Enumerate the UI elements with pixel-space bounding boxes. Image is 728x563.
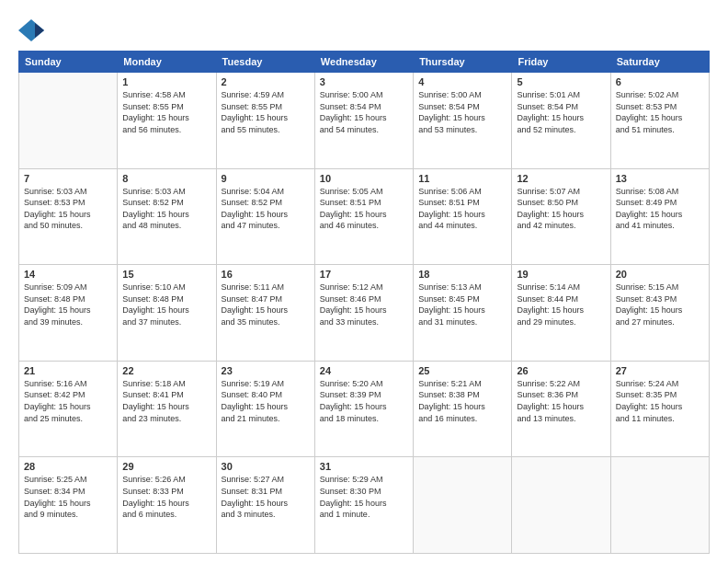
- day-info: Sunrise: 4:58 AM Sunset: 8:55 PM Dayligh…: [122, 89, 210, 135]
- day-info: Sunrise: 5:01 AM Sunset: 8:54 PM Dayligh…: [517, 89, 605, 135]
- day-info: Sunrise: 5:04 AM Sunset: 8:52 PM Dayligh…: [222, 186, 310, 232]
- day-number: 5: [517, 76, 605, 87]
- calendar-header-row: SundayMondayTuesdayWednesdayThursdayFrid…: [19, 52, 710, 73]
- calendar-cell: 3Sunrise: 5:00 AM Sunset: 8:54 PM Daylig…: [314, 73, 413, 169]
- day-info: Sunrise: 4:59 AM Sunset: 8:55 PM Dayligh…: [222, 89, 310, 135]
- day-of-week-header: Monday: [118, 52, 216, 73]
- day-of-week-header: Wednesday: [314, 52, 413, 73]
- calendar-table: SundayMondayTuesdayWednesdayThursdayFrid…: [18, 51, 710, 554]
- day-number: 15: [122, 269, 210, 280]
- day-info: Sunrise: 5:11 AM Sunset: 8:47 PM Dayligh…: [222, 282, 310, 327]
- day-info: Sunrise: 5:29 AM Sunset: 8:30 PM Dayligh…: [320, 474, 408, 520]
- calendar-cell: 11Sunrise: 5:06 AM Sunset: 8:51 PM Dayli…: [414, 168, 512, 265]
- calendar-cell: [414, 457, 512, 554]
- day-info: Sunrise: 5:20 AM Sunset: 8:39 PM Dayligh…: [320, 378, 408, 424]
- day-number: 16: [222, 269, 310, 280]
- calendar-cell: 20Sunrise: 5:15 AM Sunset: 8:43 PM Dayli…: [610, 265, 709, 362]
- calendar-cell: 10Sunrise: 5:05 AM Sunset: 8:51 PM Dayli…: [314, 168, 413, 265]
- day-info: Sunrise: 5:03 AM Sunset: 8:52 PM Dayligh…: [122, 186, 210, 232]
- day-number: 23: [222, 365, 310, 376]
- day-number: 20: [616, 269, 704, 280]
- day-info: Sunrise: 5:07 AM Sunset: 8:50 PM Dayligh…: [517, 186, 605, 232]
- day-of-week-header: Sunday: [19, 52, 118, 73]
- calendar-cell: 21Sunrise: 5:16 AM Sunset: 8:42 PM Dayli…: [19, 361, 118, 457]
- day-info: Sunrise: 5:03 AM Sunset: 8:53 PM Dayligh…: [24, 186, 112, 232]
- calendar-cell: 19Sunrise: 5:14 AM Sunset: 8:44 PM Dayli…: [512, 265, 610, 362]
- calendar-cell: 12Sunrise: 5:07 AM Sunset: 8:50 PM Dayli…: [512, 168, 610, 265]
- day-info: Sunrise: 5:27 AM Sunset: 8:31 PM Dayligh…: [222, 474, 310, 520]
- day-info: Sunrise: 5:16 AM Sunset: 8:42 PM Dayligh…: [24, 378, 112, 424]
- day-number: 8: [122, 173, 210, 184]
- day-number: 22: [122, 365, 210, 376]
- day-info: Sunrise: 5:00 AM Sunset: 8:54 PM Dayligh…: [418, 89, 506, 135]
- day-info: Sunrise: 5:00 AM Sunset: 8:54 PM Dayligh…: [320, 89, 408, 135]
- calendar-cell: 18Sunrise: 5:13 AM Sunset: 8:45 PM Dayli…: [414, 265, 512, 362]
- day-number: 3: [320, 76, 408, 87]
- calendar-cell: 1Sunrise: 4:58 AM Sunset: 8:55 PM Daylig…: [118, 73, 216, 169]
- day-number: 13: [616, 173, 704, 184]
- day-number: 25: [418, 365, 506, 376]
- day-info: Sunrise: 5:26 AM Sunset: 8:33 PM Dayligh…: [122, 474, 210, 520]
- logo: [18, 17, 46, 43]
- calendar-cell: 27Sunrise: 5:24 AM Sunset: 8:35 PM Dayli…: [610, 361, 709, 457]
- day-number: 1: [122, 76, 210, 87]
- calendar-cell: 16Sunrise: 5:11 AM Sunset: 8:47 PM Dayli…: [216, 265, 314, 362]
- day-of-week-header: Tuesday: [216, 52, 314, 73]
- day-number: 21: [24, 365, 112, 376]
- day-info: Sunrise: 5:12 AM Sunset: 8:46 PM Dayligh…: [320, 282, 408, 327]
- calendar-cell: 7Sunrise: 5:03 AM Sunset: 8:53 PM Daylig…: [19, 168, 118, 265]
- day-info: Sunrise: 5:09 AM Sunset: 8:48 PM Dayligh…: [24, 282, 112, 327]
- day-number: 10: [320, 173, 408, 184]
- day-number: 14: [24, 269, 112, 280]
- calendar-cell: 22Sunrise: 5:18 AM Sunset: 8:41 PM Dayli…: [118, 361, 216, 457]
- day-number: 30: [222, 461, 310, 472]
- day-info: Sunrise: 5:19 AM Sunset: 8:40 PM Dayligh…: [222, 378, 310, 424]
- day-number: 6: [616, 76, 704, 87]
- day-info: Sunrise: 5:06 AM Sunset: 8:51 PM Dayligh…: [418, 186, 506, 232]
- calendar-cell: 13Sunrise: 5:08 AM Sunset: 8:49 PM Dayli…: [610, 168, 709, 265]
- day-of-week-header: Friday: [512, 52, 610, 73]
- day-of-week-header: Saturday: [610, 52, 709, 73]
- logo-icon: [18, 17, 44, 43]
- day-info: Sunrise: 5:15 AM Sunset: 8:43 PM Dayligh…: [616, 282, 704, 327]
- calendar-cell: 9Sunrise: 5:04 AM Sunset: 8:52 PM Daylig…: [216, 168, 314, 265]
- day-number: 9: [222, 173, 310, 184]
- calendar-cell: 29Sunrise: 5:26 AM Sunset: 8:33 PM Dayli…: [118, 457, 216, 554]
- day-info: Sunrise: 5:22 AM Sunset: 8:36 PM Dayligh…: [517, 378, 605, 424]
- calendar-cell: 5Sunrise: 5:01 AM Sunset: 8:54 PM Daylig…: [512, 73, 610, 169]
- day-number: 12: [517, 173, 605, 184]
- page: SundayMondayTuesdayWednesdayThursdayFrid…: [0, 0, 728, 563]
- day-number: 17: [320, 269, 408, 280]
- calendar-cell: 6Sunrise: 5:02 AM Sunset: 8:53 PM Daylig…: [610, 73, 709, 169]
- day-of-week-header: Thursday: [414, 52, 512, 73]
- day-info: Sunrise: 5:25 AM Sunset: 8:34 PM Dayligh…: [24, 474, 112, 520]
- day-info: Sunrise: 5:08 AM Sunset: 8:49 PM Dayligh…: [616, 186, 704, 232]
- calendar-cell: 31Sunrise: 5:29 AM Sunset: 8:30 PM Dayli…: [314, 457, 413, 554]
- day-info: Sunrise: 5:05 AM Sunset: 8:51 PM Dayligh…: [320, 186, 408, 232]
- day-info: Sunrise: 5:21 AM Sunset: 8:38 PM Dayligh…: [418, 378, 506, 424]
- day-info: Sunrise: 5:02 AM Sunset: 8:53 PM Dayligh…: [616, 89, 704, 135]
- calendar-cell: 15Sunrise: 5:10 AM Sunset: 8:48 PM Dayli…: [118, 265, 216, 362]
- calendar-cell: 2Sunrise: 4:59 AM Sunset: 8:55 PM Daylig…: [216, 73, 314, 169]
- day-number: 27: [616, 365, 704, 376]
- calendar-cell: [19, 73, 118, 169]
- calendar-cell: [512, 457, 610, 554]
- calendar-cell: [610, 457, 709, 554]
- day-number: 4: [418, 76, 506, 87]
- calendar-cell: 30Sunrise: 5:27 AM Sunset: 8:31 PM Dayli…: [216, 457, 314, 554]
- day-number: 28: [24, 461, 112, 472]
- calendar-cell: 17Sunrise: 5:12 AM Sunset: 8:46 PM Dayli…: [314, 265, 413, 362]
- header: [18, 14, 710, 43]
- calendar-cell: 4Sunrise: 5:00 AM Sunset: 8:54 PM Daylig…: [414, 73, 512, 169]
- day-info: Sunrise: 5:13 AM Sunset: 8:45 PM Dayligh…: [418, 282, 506, 327]
- day-number: 24: [320, 365, 408, 376]
- calendar-cell: 28Sunrise: 5:25 AM Sunset: 8:34 PM Dayli…: [19, 457, 118, 554]
- day-info: Sunrise: 5:10 AM Sunset: 8:48 PM Dayligh…: [122, 282, 210, 327]
- calendar-cell: 14Sunrise: 5:09 AM Sunset: 8:48 PM Dayli…: [19, 265, 118, 362]
- day-info: Sunrise: 5:24 AM Sunset: 8:35 PM Dayligh…: [616, 378, 704, 424]
- calendar-week-row: 21Sunrise: 5:16 AM Sunset: 8:42 PM Dayli…: [19, 361, 710, 457]
- calendar-cell: 24Sunrise: 5:20 AM Sunset: 8:39 PM Dayli…: [314, 361, 413, 457]
- day-info: Sunrise: 5:14 AM Sunset: 8:44 PM Dayligh…: [517, 282, 605, 327]
- svg-marker-1: [35, 23, 44, 38]
- day-number: 2: [222, 76, 310, 87]
